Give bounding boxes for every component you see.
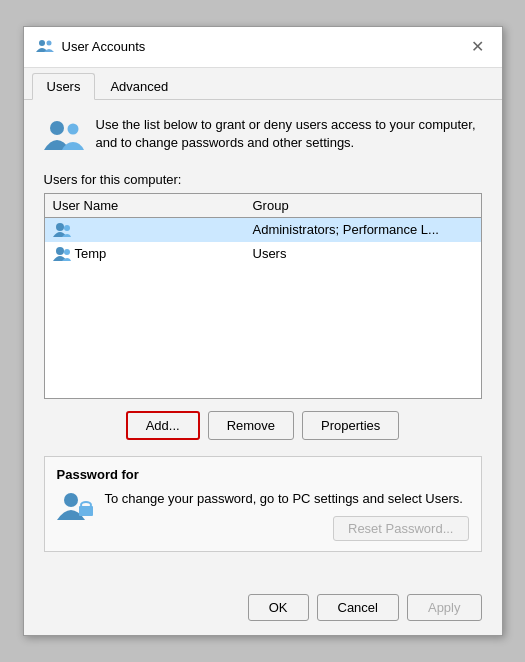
- remove-button[interactable]: Remove: [208, 411, 294, 440]
- user-accounts-window: User Accounts ✕ Users Advanced Use the l…: [23, 26, 503, 636]
- svg-point-5: [64, 225, 70, 231]
- svg-rect-10: [81, 502, 91, 508]
- svg-point-0: [39, 40, 45, 46]
- description-text: Use the list below to grant or deny user…: [96, 116, 482, 152]
- user-table: User Name Group Administrators; Performa…: [44, 193, 482, 399]
- ok-button[interactable]: OK: [248, 594, 309, 621]
- table-row[interactable]: Temp Users: [45, 242, 481, 266]
- svg-point-4: [56, 223, 64, 231]
- row-group-2: Users: [253, 246, 473, 261]
- password-text: To change your password, go to PC settin…: [105, 491, 463, 506]
- reset-password-button[interactable]: Reset Password...: [333, 516, 469, 541]
- password-inner: To change your password, go to PC settin…: [57, 490, 469, 541]
- description-box: Use the list below to grant or deny user…: [44, 116, 482, 156]
- password-icon: [57, 490, 93, 526]
- tab-advanced[interactable]: Advanced: [95, 73, 183, 100]
- col-header-group: Group: [253, 198, 473, 213]
- tab-content: Use the list below to grant or deny user…: [24, 100, 502, 584]
- user-row-icon: [53, 245, 71, 263]
- password-content: To change your password, go to PC settin…: [105, 490, 469, 541]
- password-title: Password for: [57, 467, 469, 482]
- users-icon: [44, 116, 84, 156]
- svg-point-1: [46, 40, 51, 45]
- apply-button[interactable]: Apply: [407, 594, 482, 621]
- dialog-buttons: OK Cancel Apply: [24, 584, 502, 635]
- password-section: Password for To change your password, go…: [44, 456, 482, 552]
- table-row[interactable]: Administrators; Performance L...: [45, 218, 481, 242]
- window-title: User Accounts: [62, 39, 146, 54]
- tab-users[interactable]: Users: [32, 73, 96, 100]
- user-row-icon: [53, 221, 71, 239]
- row-username-2: Temp: [75, 246, 253, 261]
- title-bar-left: User Accounts: [36, 38, 146, 56]
- close-button[interactable]: ✕: [466, 35, 490, 59]
- users-section-label: Users for this computer:: [44, 172, 482, 187]
- add-button[interactable]: Add...: [126, 411, 200, 440]
- svg-point-6: [56, 247, 64, 255]
- title-bar: User Accounts ✕: [24, 27, 502, 68]
- action-buttons: Add... Remove Properties: [44, 411, 482, 440]
- cancel-button[interactable]: Cancel: [317, 594, 399, 621]
- row-group-1: Administrators; Performance L...: [253, 222, 473, 237]
- svg-point-7: [64, 249, 70, 255]
- reset-btn-container: Reset Password...: [105, 516, 469, 541]
- table-header: User Name Group: [45, 194, 481, 218]
- table-body: Administrators; Performance L... Temp Us…: [45, 218, 481, 398]
- svg-point-3: [67, 123, 78, 134]
- properties-button[interactable]: Properties: [302, 411, 399, 440]
- col-header-username: User Name: [53, 198, 253, 213]
- svg-point-2: [50, 121, 64, 135]
- window-icon: [36, 38, 54, 56]
- tabs-bar: Users Advanced: [24, 68, 502, 100]
- svg-point-8: [64, 493, 78, 507]
